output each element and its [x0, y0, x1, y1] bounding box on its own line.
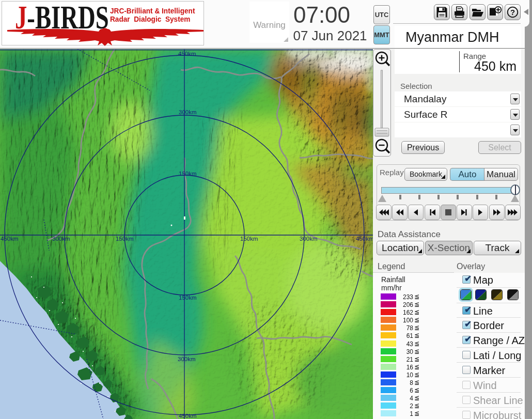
- svg-text:300km: 300km: [300, 236, 318, 242]
- svg-text:150km: 150km: [179, 294, 197, 301]
- svg-text:150km: 150km: [116, 236, 134, 242]
- svg-text:150km: 150km: [240, 236, 258, 242]
- svg-text:450km: 450km: [1, 236, 19, 242]
- svg-text:300km: 300km: [179, 109, 197, 115]
- svg-text:300km: 300km: [52, 236, 70, 242]
- svg-text:450km: 450km: [179, 413, 197, 419]
- svg-text:?: ?: [510, 8, 515, 17]
- svg-text:450km: 450km: [178, 51, 196, 57]
- svg-text:150km: 150km: [179, 170, 197, 177]
- svg-text:450km: 450km: [356, 236, 373, 242]
- svg-text:300km: 300km: [178, 356, 196, 362]
